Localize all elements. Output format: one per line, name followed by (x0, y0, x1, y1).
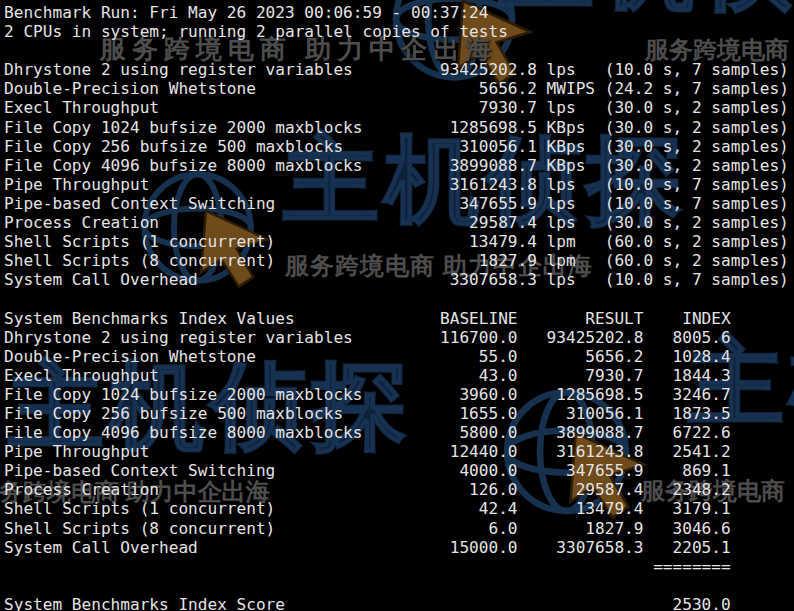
baseline-value: 6.0 (363, 519, 518, 538)
index-table-header: System Benchmarks Index ValuesBASELINERE… (4, 309, 794, 328)
result-row: System Call Overhead3307658.3lps(10.0 s,… (4, 270, 794, 289)
test-value: 310056.1 (392, 137, 537, 156)
test-value: 93425202.8 (392, 60, 537, 79)
result-value: 3899088.7 (518, 423, 644, 442)
baseline-value: 4000.0 (363, 461, 518, 480)
test-name: File Copy 1024 bufsize 2000 maxblocks (4, 118, 392, 137)
blank-line (4, 41, 794, 60)
test-name: Pipe Throughput (4, 175, 392, 194)
baseline-value: 42.4 (363, 499, 518, 518)
test-name: Process Creation (4, 213, 392, 232)
result-row: Pipe-based Context Switching347655.9lps(… (4, 194, 794, 213)
index-separator: ======== (643, 557, 730, 576)
test-unit: lpm (547, 232, 595, 251)
result-row: Execl Throughput7930.7lps(30.0 s, 2 samp… (4, 98, 794, 117)
test-value: 5656.2 (392, 79, 537, 98)
result-value: 3161243.8 (518, 442, 644, 461)
test-timing: (30.0 s, 2 samples) (605, 118, 789, 137)
separator-row: ======== (4, 557, 794, 576)
column-header-result: RESULT (518, 309, 644, 328)
test-timing: (30.0 s, 2 samples) (605, 213, 789, 232)
test-unit: lps (547, 213, 595, 232)
test-name: Pipe-based Context Switching (4, 194, 392, 213)
cpu-info-text: 2 CPUs in system; running 2 parallel cop… (4, 22, 508, 41)
test-name: Dhrystone 2 using register variables (4, 328, 363, 347)
index-row: Shell Scripts (8 concurrent)6.01827.9304… (4, 519, 794, 538)
result-value: 347655.9 (518, 461, 644, 480)
terminal-window: 主机侦探 主机侦探 主机侦探 (0, 0, 794, 611)
result-row: Process Creation29587.4lps(30.0 s, 2 sam… (4, 213, 794, 232)
result-row: File Copy 1024 bufsize 2000 maxblocks128… (4, 118, 794, 137)
column-header-baseline: BASELINE (363, 309, 518, 328)
result-value: 29587.4 (518, 480, 644, 499)
test-unit: MWIPS (547, 79, 595, 98)
index-row: File Copy 4096 bufsize 8000 maxblocks580… (4, 423, 794, 442)
index-value: 2541.2 (643, 442, 730, 461)
score-row: System Benchmarks Index Score2530.0 (4, 595, 794, 611)
test-name: Process Creation (4, 480, 363, 499)
test-timing: (10.0 s, 7 samples) (605, 60, 789, 79)
test-value: 1827.9 (392, 251, 537, 270)
benchmark-run-text: Benchmark Run: Fri May 26 2023 00:06:59 … (4, 3, 488, 22)
test-name: Execl Throughput (4, 366, 363, 385)
test-name: File Copy 256 bufsize 500 maxblocks (4, 137, 392, 156)
blank-line (4, 289, 794, 308)
test-unit: KBps (547, 156, 595, 175)
test-value: 3161243.8 (392, 175, 537, 194)
result-value: 13479.4 (518, 499, 644, 518)
result-row: Shell Scripts (1 concurrent)13479.4lpm(6… (4, 232, 794, 251)
test-name: File Copy 4096 bufsize 8000 maxblocks (4, 423, 363, 442)
test-name: Dhrystone 2 using register variables (4, 60, 392, 79)
result-row: Pipe Throughput3161243.8lps(10.0 s, 7 sa… (4, 175, 794, 194)
baseline-value: 1655.0 (363, 404, 518, 423)
test-name: File Copy 256 bufsize 500 maxblocks (4, 404, 363, 423)
test-unit: lpm (547, 251, 595, 270)
test-unit: lps (547, 60, 595, 79)
index-value: 2348.2 (643, 480, 730, 499)
test-name: Shell Scripts (8 concurrent) (4, 251, 392, 270)
baseline-value: 15000.0 (363, 538, 518, 557)
test-timing: (10.0 s, 7 samples) (605, 194, 789, 213)
baseline-value: 12440.0 (363, 442, 518, 461)
terminal-output: Benchmark Run: Fri May 26 2023 00:06:59 … (0, 0, 794, 611)
test-unit: lps (547, 175, 595, 194)
index-row: Process Creation126.029587.42348.2 (4, 480, 794, 499)
result-value: 310056.1 (518, 404, 644, 423)
index-value: 3179.1 (643, 499, 730, 518)
cpu-info-line: 2 CPUs in system; running 2 parallel cop… (4, 22, 794, 41)
test-name: System Call Overhead (4, 270, 392, 289)
index-row: Shell Scripts (1 concurrent)42.413479.43… (4, 499, 794, 518)
result-value: 93425202.8 (518, 328, 644, 347)
test-name: Pipe Throughput (4, 442, 363, 461)
score-value: 2530.0 (643, 595, 730, 611)
test-value: 29587.4 (392, 213, 537, 232)
result-value: 3307658.3 (518, 538, 644, 557)
test-value: 13479.4 (392, 232, 537, 251)
test-name: File Copy 1024 bufsize 2000 maxblocks (4, 385, 363, 404)
index-value: 8005.6 (643, 328, 730, 347)
test-unit: lps (547, 194, 595, 213)
test-value: 3307658.3 (392, 270, 537, 289)
index-table-title: System Benchmarks Index Values (4, 309, 363, 328)
index-row: Execl Throughput43.07930.71844.3 (4, 366, 794, 385)
result-value: 5656.2 (518, 347, 644, 366)
index-row: Pipe Throughput12440.03161243.82541.2 (4, 442, 794, 461)
test-name: File Copy 4096 bufsize 8000 maxblocks (4, 156, 392, 175)
index-row: System Call Overhead15000.03307658.32205… (4, 538, 794, 557)
index-value: 6722.6 (643, 423, 730, 442)
test-value: 7930.7 (392, 98, 537, 117)
result-row: Shell Scripts (8 concurrent)1827.9lpm(60… (4, 251, 794, 270)
baseline-value: 126.0 (363, 480, 518, 499)
test-timing: (30.0 s, 2 samples) (605, 137, 789, 156)
result-value: 1827.9 (518, 519, 644, 538)
test-timing: (60.0 s, 2 samples) (605, 232, 789, 251)
blank-line (4, 576, 794, 595)
test-value: 1285698.5 (392, 118, 537, 137)
test-unit: KBps (547, 118, 595, 137)
baseline-value: 5800.0 (363, 423, 518, 442)
index-value: 3246.7 (643, 385, 730, 404)
index-row: Dhrystone 2 using register variables1167… (4, 328, 794, 347)
baseline-value: 3960.0 (363, 385, 518, 404)
result-row: Dhrystone 2 using register variables9342… (4, 60, 794, 79)
test-name: Double-Precision Whetstone (4, 347, 363, 366)
